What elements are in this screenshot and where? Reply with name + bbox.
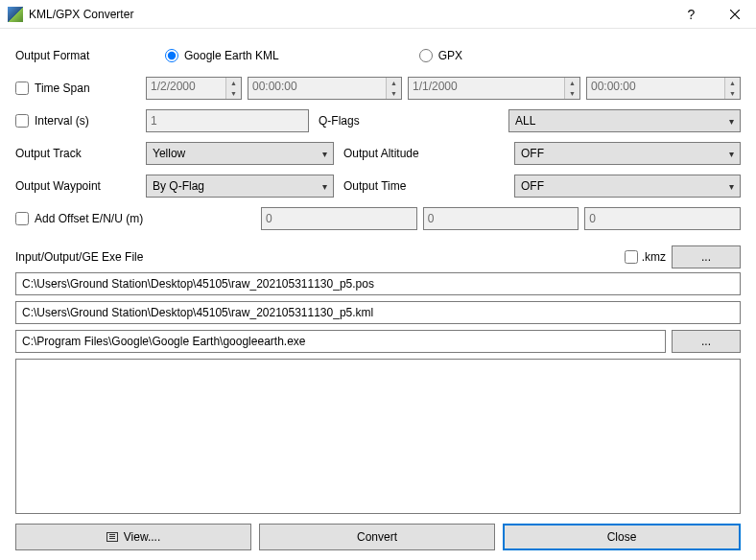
chevron-down-icon[interactable]: ▼ (387, 88, 401, 99)
output-waypoint-select[interactable]: By Q-Flag ▾ (146, 175, 334, 198)
window-title: KML/GPX Converter (29, 8, 133, 21)
output-format-label: Output Format (15, 49, 140, 62)
chevron-down-icon: ▾ (316, 181, 333, 192)
end-date-spinner[interactable]: 1/1/2000 ▲▼ (408, 77, 580, 100)
chevron-up-icon[interactable]: ▲ (387, 78, 401, 88)
browse-input-button[interactable]: ... (672, 245, 741, 268)
chevron-down-icon[interactable]: ▼ (565, 88, 579, 99)
close-window-button[interactable] (713, 0, 756, 29)
google-kml-radio[interactable] (165, 49, 178, 62)
output-path-field[interactable] (15, 301, 741, 324)
output-time-label: Output Time (340, 179, 464, 193)
ge-exe-path-field[interactable] (15, 330, 666, 353)
chevron-down-icon[interactable]: ▼ (226, 88, 241, 99)
close-button[interactable]: Close (503, 524, 741, 550)
chevron-up-icon[interactable]: ▲ (565, 78, 579, 88)
gpx-radio[interactable] (419, 49, 433, 62)
help-button[interactable]: ? (670, 0, 713, 29)
kmz-checkbox[interactable] (625, 250, 638, 264)
output-waypoint-label: Output Waypoint (15, 179, 140, 193)
browse-ge-button[interactable]: ... (672, 330, 741, 353)
output-track-label: Output Track (15, 147, 140, 160)
view-icon (106, 532, 118, 542)
kmz-label: .kmz (642, 250, 666, 264)
google-kml-radio-label: Google Earth KML (184, 49, 279, 62)
output-track-select[interactable]: Yellow ▾ (146, 142, 334, 165)
chevron-down-icon[interactable]: ▼ (725, 88, 740, 99)
view-button[interactable]: View.... (15, 524, 251, 550)
input-path-field[interactable] (15, 272, 741, 295)
chevron-down-icon: ▾ (722, 149, 740, 159)
output-altitude-select[interactable]: OFF ▾ (514, 142, 741, 165)
start-date-spinner[interactable]: 1/2/2000 ▲▼ (146, 77, 242, 100)
chevron-down-icon: ▾ (316, 149, 333, 159)
interval-input[interactable] (146, 109, 309, 132)
add-offset-label: Add Offset E/N/U (m) (35, 212, 143, 225)
time-span-checkbox[interactable] (15, 82, 29, 95)
offset-u-input[interactable] (584, 207, 741, 230)
start-time-spinner[interactable]: 00:00:00 ▲▼ (248, 77, 402, 100)
close-icon (730, 10, 740, 19)
add-offset-checkbox[interactable] (15, 212, 29, 225)
end-time-spinner[interactable]: 00:00:00 ▲▼ (586, 77, 741, 100)
interval-label: Interval (s) (35, 114, 89, 128)
log-output-area (15, 359, 741, 514)
q-flags-select[interactable]: ALL ▾ (508, 109, 741, 132)
titlebar: KML/GPX Converter ? (0, 0, 756, 29)
app-icon (8, 7, 23, 22)
chevron-down-icon: ▾ (722, 181, 740, 192)
offset-e-input[interactable] (261, 207, 417, 230)
output-altitude-label: Output Altitude (340, 147, 464, 160)
time-span-label: Time Span (35, 82, 90, 95)
io-files-label: Input/Output/GE Exe File (15, 250, 143, 264)
offset-n-input[interactable] (423, 207, 579, 230)
output-time-select[interactable]: OFF ▾ (514, 175, 741, 198)
convert-button[interactable]: Convert (259, 524, 495, 550)
chevron-down-icon: ▾ (722, 116, 740, 127)
chevron-up-icon[interactable]: ▲ (226, 78, 241, 88)
q-flags-label: Q-Flags (315, 114, 439, 128)
chevron-up-icon[interactable]: ▲ (725, 78, 740, 88)
gpx-radio-label: GPX (438, 49, 462, 62)
interval-checkbox[interactable] (15, 114, 29, 128)
